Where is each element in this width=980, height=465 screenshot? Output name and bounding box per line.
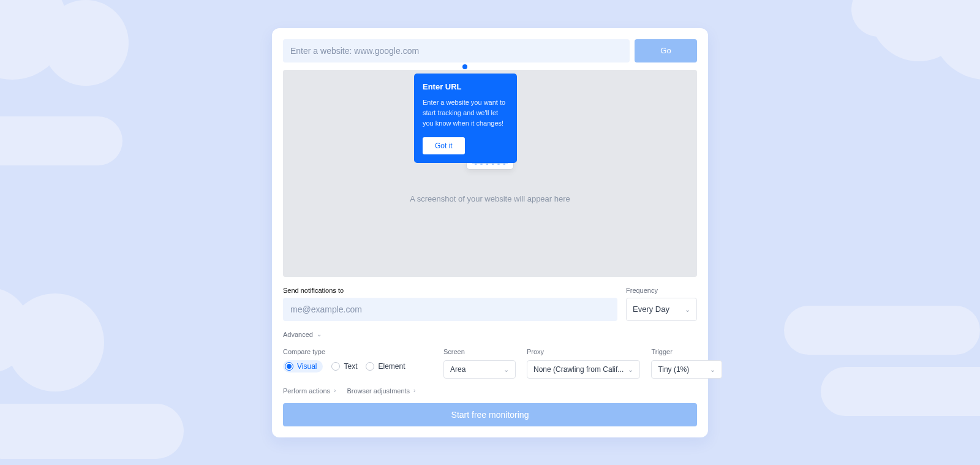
notifications-col: Send notifications to <box>283 287 617 321</box>
tooltip-dismiss-button[interactable]: Got it <box>423 137 465 154</box>
proxy-select[interactable]: None (Crawling from Calif... ⌄ <box>527 360 640 379</box>
trigger-col: Trigger Tiny (1%) ⌄ <box>651 348 722 379</box>
proxy-col: Proxy None (Crawling from Calif... ⌄ <box>527 348 640 379</box>
decor-top-right <box>778 0 980 123</box>
decor-top-left <box>0 0 221 172</box>
notifications-row: Send notifications to Frequency Every Da… <box>283 287 697 321</box>
trigger-select[interactable]: Tiny (1%) ⌄ <box>651 360 722 379</box>
chevron-down-icon: ⌄ <box>503 365 509 373</box>
perform-actions-label: Perform actions <box>283 387 330 395</box>
svg-point-1 <box>43 0 129 86</box>
chevron-right-icon: › <box>334 387 336 394</box>
trigger-value: Tiny (1%) <box>658 365 689 374</box>
frequency-col: Frequency Every Day ⌄ <box>626 287 697 321</box>
compare-col: Compare type Visual Text Element <box>283 348 432 379</box>
advanced-row: Compare type Visual Text Element Screen <box>283 348 697 379</box>
compare-option-label: Visual <box>297 362 317 371</box>
compare-option-text[interactable]: Text <box>331 362 357 371</box>
tooltip-body: Enter a website you want to start tracki… <box>423 97 508 129</box>
radio-icon <box>331 362 340 371</box>
proxy-value: None (Crawling from Calif... <box>533 365 624 374</box>
compare-option-label: Text <box>344 362 357 371</box>
advanced-toggle[interactable]: Advanced ⌄ <box>283 331 322 338</box>
onboarding-tooltip: Enter URL Enter a website you want to st… <box>414 74 517 163</box>
compare-radio-group: Visual Text Element <box>283 360 432 372</box>
svg-point-4 <box>6 293 104 391</box>
compare-option-label: Element <box>378 362 405 371</box>
svg-rect-2 <box>0 116 123 165</box>
preview-text: A screenshot of your website will appear… <box>410 194 570 203</box>
url-row: Go Enter URL Enter a website you want to… <box>283 39 697 62</box>
svg-rect-10 <box>821 367 980 416</box>
screen-label: Screen <box>443 348 516 355</box>
chevron-down-icon: ⌄ <box>628 365 633 373</box>
proxy-label: Proxy <box>527 348 640 355</box>
chevron-down-icon: ⌄ <box>317 331 322 338</box>
browser-adjustments-link[interactable]: Browser adjustments › <box>347 387 415 395</box>
svg-point-6 <box>870 0 968 61</box>
tooltip-title: Enter URL <box>423 82 508 91</box>
perform-actions-link[interactable]: Perform actions › <box>283 387 336 395</box>
advanced-label: Advanced <box>283 331 313 338</box>
compare-option-element[interactable]: Element <box>366 362 405 371</box>
svg-rect-5 <box>0 404 184 459</box>
email-input[interactable] <box>283 298 617 321</box>
screen-col: Screen Area ⌄ <box>443 348 516 379</box>
trigger-label: Trigger <box>651 348 722 355</box>
browser-adjustments-label: Browser adjustments <box>347 387 410 395</box>
compare-label: Compare type <box>283 348 432 355</box>
chevron-down-icon: ⌄ <box>710 365 715 373</box>
svg-point-7 <box>931 0 980 80</box>
decor-bottom-right <box>760 293 980 416</box>
screen-select[interactable]: Area ⌄ <box>443 360 516 379</box>
chevron-right-icon: › <box>413 387 415 394</box>
radio-icon <box>285 362 293 371</box>
svg-point-0 <box>0 0 67 80</box>
notifications-label: Send notifications to <box>283 287 617 294</box>
onboarding-dot-icon <box>462 64 467 69</box>
frequency-label: Frequency <box>626 287 697 294</box>
screen-value: Area <box>450 365 466 374</box>
radio-icon <box>366 362 374 371</box>
chevron-down-icon: ⌄ <box>685 305 690 313</box>
svg-point-3 <box>0 287 31 373</box>
compare-option-visual[interactable]: Visual <box>283 360 323 372</box>
decor-bottom-left <box>0 281 233 465</box>
frequency-select[interactable]: Every Day ⌄ <box>626 298 697 321</box>
link-row: Perform actions › Browser adjustments › <box>283 387 697 395</box>
frequency-value: Every Day <box>633 304 669 314</box>
go-button[interactable]: Go <box>635 39 697 62</box>
main-card: Go Enter URL Enter a website you want to… <box>272 28 708 437</box>
url-input[interactable] <box>283 39 630 62</box>
svg-rect-9 <box>784 306 980 355</box>
start-monitoring-button[interactable]: Start free monitoring <box>283 403 697 426</box>
svg-rect-8 <box>851 0 980 37</box>
